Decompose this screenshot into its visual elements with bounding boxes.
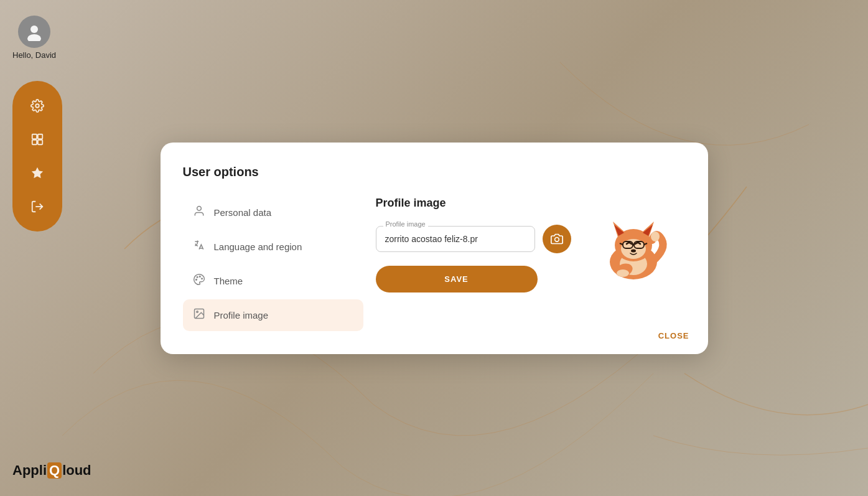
input-label: Profile image bbox=[383, 220, 428, 228]
nav-item-theme-label: Theme bbox=[214, 276, 243, 286]
camera-button[interactable] bbox=[543, 225, 571, 253]
user-options-modal: User options Personal data bbox=[161, 143, 708, 354]
modal-content: Profile image Profile image bbox=[363, 197, 584, 331]
svg-point-8 bbox=[197, 206, 201, 210]
modal-nav: Personal data Language and region bbox=[183, 197, 363, 331]
svg-point-14 bbox=[196, 311, 198, 312]
nav-item-language-region[interactable]: Language and region bbox=[183, 231, 363, 263]
nav-item-language-region-label: Language and region bbox=[214, 241, 302, 252]
nav-item-personal-data-label: Personal data bbox=[214, 207, 272, 218]
svg-point-32 bbox=[651, 232, 660, 241]
svg-point-9 bbox=[199, 276, 200, 277]
modal-body: Personal data Language and region bbox=[183, 197, 683, 331]
input-wrapper: Profile image bbox=[376, 226, 535, 252]
image-icon bbox=[193, 307, 205, 323]
nav-item-profile-image[interactable]: Profile image bbox=[183, 299, 363, 331]
svg-point-15 bbox=[554, 237, 559, 241]
svg-point-12 bbox=[195, 279, 197, 280]
svg-point-31 bbox=[617, 269, 629, 277]
svg-point-10 bbox=[201, 278, 202, 279]
profile-image-section: Profile image SAVE bbox=[376, 225, 571, 292]
profile-image-input[interactable] bbox=[376, 226, 535, 252]
nav-item-theme[interactable]: Theme bbox=[183, 265, 363, 297]
nav-item-personal-data[interactable]: Personal data bbox=[183, 197, 363, 228]
modal-overlay: User options Personal data bbox=[0, 0, 868, 496]
input-row: Profile image bbox=[376, 225, 571, 253]
close-button[interactable]: CLOSE bbox=[658, 331, 689, 340]
person-icon bbox=[193, 205, 205, 220]
svg-point-29 bbox=[631, 249, 636, 252]
save-button[interactable]: SAVE bbox=[376, 266, 538, 292]
nav-item-profile-image-label: Profile image bbox=[214, 310, 269, 321]
svg-point-11 bbox=[197, 276, 198, 278]
fox-illustration bbox=[584, 197, 683, 331]
palette-icon bbox=[193, 273, 205, 289]
fox-svg bbox=[593, 203, 674, 284]
translate-icon bbox=[193, 239, 205, 255]
modal-title: User options bbox=[183, 165, 683, 179]
content-title: Profile image bbox=[376, 197, 571, 210]
